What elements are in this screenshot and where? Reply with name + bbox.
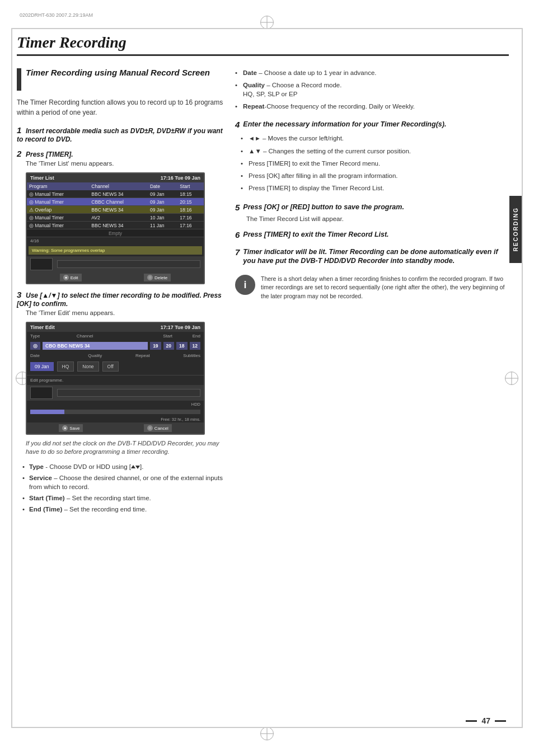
- col-date: Date: [148, 182, 177, 190]
- section-heading-text: Timer Recording using Manual Record Scre…: [26, 67, 210, 78]
- step-6-text: Press [TIMER] to exit the Timer Record L…: [243, 230, 388, 239]
- edit-screen-footer: ● Save ○ Cancel: [27, 422, 204, 434]
- cancel-btn-icon: ○: [147, 425, 153, 431]
- thumbnail: [30, 258, 53, 270]
- step-7-text: Timer indicator will be lit. Timer Recor…: [243, 247, 509, 266]
- left-column: Timer Recording using Manual Record Scre…: [17, 67, 224, 520]
- main-layout: Timer Recording using Manual Record Scre…: [17, 67, 509, 520]
- step-2-sub: The 'Timer List' menu appears.: [26, 160, 224, 167]
- timer-edit-title: Timer Edit: [30, 325, 55, 330]
- delete-button[interactable]: ○ Delete: [144, 274, 171, 281]
- step-4-bullets: ◄► – Moves the cursor left/right. ▲▼ – C…: [241, 133, 509, 195]
- cancel-btn-label: Cancel: [154, 426, 168, 431]
- col-channel: Channel: [89, 182, 148, 190]
- note-text: There is a short delay when a timer reco…: [261, 275, 509, 301]
- overlap-warning: Warning: Some programmes overlap: [29, 246, 202, 255]
- table-row: ◎ Manual Timer BBC NEWS 34 09 Jan 18:15: [27, 190, 204, 198]
- step-4-heading: 4 Enter the necessary information for yo…: [235, 120, 509, 129]
- timer-edit-datetime: 17:17 Tue 09 Jan: [161, 325, 200, 330]
- list-item: ▲▼ – Changes the setting of the current …: [241, 145, 509, 158]
- channel-value: CBO BBC NEWS 34: [43, 342, 148, 350]
- cancel-button[interactable]: ○ Cancel: [144, 424, 172, 432]
- list-item: Type - Choose DVD or HDD using [].: [22, 461, 224, 472]
- subtitles-value: Off: [102, 361, 119, 372]
- timer-edit-header: Timer Edit 17:17 Tue 09 Jan: [27, 323, 204, 332]
- recording-tab-label: RECORDING: [513, 207, 519, 251]
- timer-list-header: Timer List 17:16 Tue 09 Jan: [27, 173, 204, 182]
- list-item: Start (Time) – Set the recording start t…: [22, 492, 224, 504]
- step-2-number: 2: [17, 149, 21, 158]
- page-title: Timer Recording: [17, 34, 509, 51]
- timer-list-datetime: 17:16 Tue 09 Jan: [161, 175, 200, 181]
- edit-thumbnail-area: [27, 385, 204, 401]
- registration-mark-bottom: [260, 727, 274, 740]
- list-item: ◄► – Moves the cursor left/right.: [241, 133, 509, 145]
- repeat-field-label: Repeat: [135, 353, 150, 359]
- edit-button[interactable]: ● Edit: [60, 274, 82, 281]
- top-metadata: 0202DRHT-630 2007.2.29:19AM: [20, 12, 93, 18]
- edit-btn-label: Edit: [71, 275, 78, 280]
- page-number: 47: [481, 716, 490, 725]
- table-row: ◎ Manual Timer CBBC Channel 09 Jan 20:15: [27, 198, 204, 206]
- table-row: ⚠ Overlap BBC NEWS 34 09 Jan 18:16: [27, 206, 204, 214]
- save-btn-icon: ●: [62, 425, 68, 431]
- timer-list-screen: Timer List 17:16 Tue 09 Jan Program Chan…: [26, 172, 205, 284]
- edit-thumbnail: [30, 387, 53, 399]
- step-3-text: Use [▲/▼] to select the timer recording …: [17, 292, 222, 308]
- heading-bar: [17, 68, 21, 91]
- right-column: Date – Choose a date up to 1 year in adv…: [235, 67, 509, 520]
- step-7: 7 Timer indicator will be lit. Timer Rec…: [235, 247, 509, 266]
- date-quality-labels: Date Quality Repeat Subtitles: [27, 351, 204, 360]
- type-label: Type: [30, 333, 40, 339]
- list-item: End (Time) – Set the recording end time.: [22, 504, 224, 515]
- date-quality-values: 09 Jan HQ None Off: [27, 360, 204, 373]
- start-time: 19: [150, 342, 161, 350]
- step-3: 3 Use [▲/▼] to select the timer recordin…: [17, 290, 224, 316]
- end-time: 18: [176, 342, 187, 350]
- step-2: 2 Press [TIMER]. The 'Timer List' menu a…: [17, 149, 224, 167]
- delete-btn-icon: ○: [147, 275, 153, 280]
- timer-list-title: Timer List: [30, 175, 54, 181]
- step-1-text: Insert recordable media such as DVD±R, D…: [17, 127, 223, 143]
- type-channel-row: Type Channel Start End: [27, 332, 204, 340]
- section-heading: Timer Recording using Manual Record Scre…: [17, 67, 224, 91]
- italic-note: If you did not set the clock on the DVB-…: [26, 439, 224, 457]
- note-icon-svg: i: [235, 275, 255, 295]
- page-num-bar-right: [495, 720, 506, 722]
- list-item: Press [TIMER] to exit the Timer Record m…: [241, 158, 509, 170]
- timer-list-table: Program Channel Date Start ◎ Manual Time…: [27, 182, 204, 237]
- save-button[interactable]: ● Save: [59, 424, 83, 432]
- list-item: Repeat-Choose frequency of the recording…: [235, 101, 509, 113]
- step-4-text: Enter the necessary information for your…: [243, 120, 446, 129]
- recording-tab: RECORDING: [509, 196, 522, 263]
- list-item: There is a short delay when a timer reco…: [261, 275, 509, 301]
- date-value: 09 Jan: [30, 362, 54, 371]
- edit-progress-fill: [30, 410, 64, 414]
- type-channel-values: ◎ CBO BBC NEWS 34 19 20 18 12: [27, 340, 204, 351]
- list-item: Service – Choose the desired channel, or…: [22, 472, 224, 492]
- start-time-2: 20: [163, 342, 174, 350]
- screen-footer: ● Edit ○ Delete: [27, 272, 204, 283]
- page-border-bottom: [11, 727, 523, 728]
- step-5-sub: The Timer Record List will appear.: [246, 215, 509, 222]
- step-4-number: 4: [235, 120, 240, 129]
- table-row: Empty: [27, 229, 204, 237]
- step-5: 5 Press [OK] or [RED] button to save the…: [235, 203, 509, 222]
- quality-value: HQ: [57, 361, 74, 372]
- list-item: Press [TIMER] to display the Timer Recor…: [241, 182, 509, 195]
- list-item: Date – Choose a date up to 1 year in adv…: [235, 67, 509, 79]
- page-border-right: [522, 28, 523, 728]
- page-number-area: 47: [466, 716, 506, 725]
- step-5-heading: 5 Press [OK] or [RED] button to save the…: [235, 203, 509, 212]
- step-4: 4 Enter the necessary information for yo…: [235, 120, 509, 195]
- hdd-label: HDD: [191, 402, 200, 407]
- subtitles-field-label: Subtitles: [183, 353, 200, 359]
- step-7-number: 7: [235, 247, 240, 257]
- quality-field-label: Quality: [88, 353, 102, 359]
- timer-count: 4/16: [27, 237, 204, 245]
- page-content: Timer Recording Timer Recording using Ma…: [17, 34, 509, 722]
- page-border-left: [11, 28, 12, 728]
- step-5-text: Press [OK] or [RED] button to save the p…: [243, 203, 404, 212]
- list-item: Quality – Choose a Record mode.HQ, SP, S…: [235, 79, 509, 101]
- end-label: End: [193, 333, 200, 339]
